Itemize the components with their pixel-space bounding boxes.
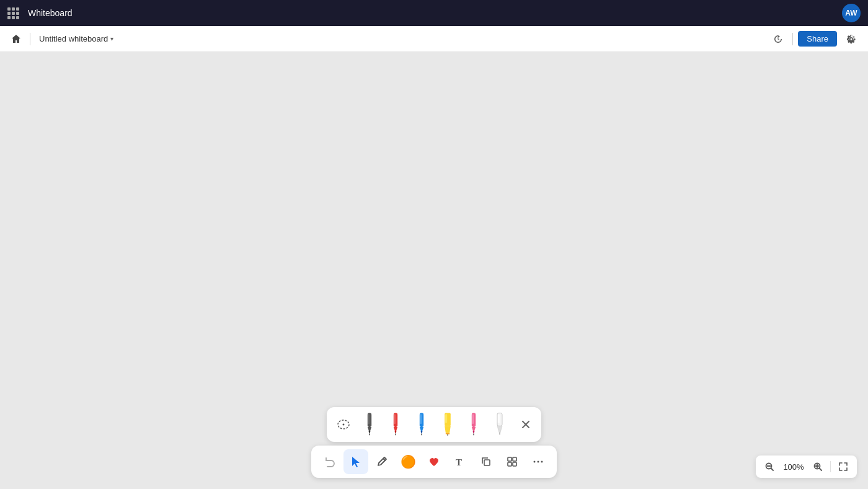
secondary-toolbar: Untitled whiteboard ▾ Share xyxy=(0,26,868,52)
chevron-down-icon: ▾ xyxy=(110,35,113,42)
reaction-button[interactable] xyxy=(422,449,446,474)
settings-button[interactable] xyxy=(842,30,861,48)
svg-marker-10 xyxy=(394,431,396,434)
zoom-divider xyxy=(830,461,831,472)
blue-pen-button[interactable] xyxy=(410,411,433,438)
secondary-right-actions: Share xyxy=(769,30,861,48)
black-pen-button[interactable] xyxy=(358,411,381,438)
svg-rect-18 xyxy=(445,414,447,423)
svg-rect-13 xyxy=(420,414,422,424)
eraser-button[interactable] xyxy=(488,411,512,438)
avatar[interactable]: AW xyxy=(842,4,861,22)
shape-tool-button[interactable]: 🟠 xyxy=(396,449,420,474)
zoom-in-button[interactable] xyxy=(809,458,826,475)
top-nav-bar: Whiteboard AW xyxy=(0,0,868,26)
frames-tool-button[interactable] xyxy=(500,449,525,474)
pink-pen-button[interactable] xyxy=(462,411,485,438)
zoom-controls: 100% xyxy=(756,455,857,478)
share-button[interactable]: Share xyxy=(798,31,837,47)
history-button[interactable] xyxy=(769,30,787,48)
svg-line-34 xyxy=(383,459,385,460)
svg-rect-8 xyxy=(394,414,396,424)
draw-tool-button[interactable] xyxy=(370,449,394,474)
undo-button[interactable] xyxy=(317,449,342,474)
svg-point-41 xyxy=(534,461,536,463)
copy-tool-button[interactable] xyxy=(474,449,498,474)
red-pen-button[interactable] xyxy=(384,411,407,438)
whiteboard-title-text: Untitled whiteboard xyxy=(39,34,108,43)
svg-point-42 xyxy=(538,461,539,463)
svg-marker-15 xyxy=(420,431,422,434)
svg-marker-5 xyxy=(368,431,370,434)
canvas-area[interactable]: 🟠 T xyxy=(0,52,868,489)
yellow-highlighter-button[interactable] xyxy=(436,411,459,438)
svg-marker-25 xyxy=(472,431,474,434)
divider xyxy=(30,33,30,45)
main-tools-toolbar: 🟠 T xyxy=(311,446,557,478)
cursor-tool-button[interactable] xyxy=(343,449,368,474)
fit-to-screen-button[interactable] xyxy=(835,458,852,475)
svg-rect-37 xyxy=(508,457,512,461)
svg-text:T: T xyxy=(456,457,462,467)
svg-rect-39 xyxy=(508,462,512,466)
pen-picker-toolbar xyxy=(327,407,541,442)
svg-rect-36 xyxy=(484,460,490,465)
close-picker-button[interactable] xyxy=(516,415,535,434)
whiteboard-title-button[interactable]: Untitled whiteboard ▾ xyxy=(35,32,117,46)
divider-2 xyxy=(792,33,793,45)
svg-line-48 xyxy=(820,469,822,471)
home-button[interactable] xyxy=(7,30,25,48)
app-title: Whiteboard xyxy=(28,8,73,18)
svg-marker-33 xyxy=(352,457,360,467)
zoom-value: 100% xyxy=(782,462,805,472)
text-tool-button[interactable]: T xyxy=(448,449,472,474)
svg-marker-19 xyxy=(445,426,451,433)
lasso-button[interactable] xyxy=(333,414,354,435)
svg-rect-38 xyxy=(513,457,516,461)
app-grid-icon[interactable] xyxy=(7,7,19,19)
svg-point-43 xyxy=(541,461,543,463)
svg-rect-40 xyxy=(513,462,516,466)
svg-rect-3 xyxy=(368,414,370,424)
more-tools-button[interactable] xyxy=(526,449,551,474)
svg-point-1 xyxy=(343,424,345,426)
svg-marker-29 xyxy=(497,426,502,433)
zoom-out-button[interactable] xyxy=(761,458,778,475)
svg-rect-28 xyxy=(498,414,500,423)
svg-line-45 xyxy=(771,469,774,471)
bottom-toolbar-wrap: 🟠 T xyxy=(311,407,557,478)
svg-rect-23 xyxy=(472,414,474,424)
